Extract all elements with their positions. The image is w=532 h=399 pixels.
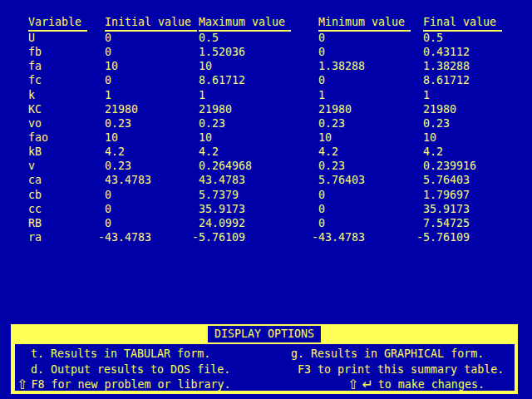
option-new-problem[interactable]: ⇧F8 for new problem or library. — [17, 378, 231, 392]
value-cell: 0 — [105, 74, 111, 87]
table-row: fc08.6171208.61712 — [0, 74, 532, 88]
value-cell: 10 — [199, 60, 212, 73]
value-cell: 0.23 — [199, 117, 225, 131]
header-cell: Initial value — [105, 16, 197, 32]
shift-icon: ⇧ — [347, 378, 358, 392]
value-cell: 1.52036 — [199, 46, 245, 59]
value-cell: -43.4783 — [98, 231, 151, 244]
value-cell: 0.23 — [318, 160, 345, 173]
option-tabular[interactable]: t. Results in TABULAR form. — [31, 347, 210, 361]
variable-name: RB — [28, 217, 42, 230]
results-table-body: U00.500.5fb01.5203600.43112fa10101.38288… — [0, 32, 532, 245]
value-cell: 10 — [423, 131, 436, 145]
value-cell: 8.61712 — [199, 74, 245, 87]
value-cell: 4.2 — [105, 145, 125, 159]
variable-name: fc — [28, 74, 42, 87]
value-cell: 1.38288 — [318, 60, 365, 73]
value-cell: 4.2 — [318, 145, 338, 159]
value-cell: 10 — [199, 131, 212, 145]
variable-name: U — [28, 32, 35, 45]
variable-name: fb — [28, 46, 42, 59]
table-row: kB4.24.24.24.2 — [0, 145, 532, 160]
value-cell: 1.38288 — [423, 60, 470, 73]
table-row: KC21980219802198021980 — [0, 103, 532, 117]
variable-name: kB — [28, 145, 42, 159]
variable-name: fao — [28, 131, 48, 145]
value-cell: -5.76109 — [416, 231, 470, 244]
value-cell: 21980 — [105, 103, 138, 116]
panel-title: DISPLAY OPTIONS — [208, 326, 321, 342]
table-row: vo0.230.230.230.23 — [0, 117, 532, 131]
value-cell: 10 — [105, 131, 118, 145]
value-cell: 43.4783 — [105, 174, 151, 187]
value-cell: 7.54725 — [423, 217, 470, 230]
option-label: to make changes. — [378, 378, 485, 392]
option-label: t. Results in TABULAR form. — [31, 347, 210, 361]
variable-name: ca — [28, 174, 42, 187]
variable-name: fa — [28, 60, 42, 73]
value-cell: 0 — [318, 189, 325, 202]
enter-icon: ↵ — [362, 378, 372, 392]
value-cell: 10 — [105, 60, 118, 73]
value-cell: 0 — [318, 46, 325, 59]
table-row: cc035.9173035.9173 — [0, 203, 532, 217]
value-cell: 4.2 — [423, 145, 443, 159]
table-row: ca43.478343.47835.764035.76403 — [0, 174, 532, 188]
option-print[interactable]: F3 to print this summary table. — [298, 363, 504, 377]
value-cell: -43.4783 — [312, 231, 365, 244]
value-cell: 5.76403 — [423, 174, 470, 187]
variable-name: cc — [28, 203, 42, 216]
value-cell: 35.9173 — [423, 203, 470, 216]
value-cell: 0 — [105, 217, 111, 230]
value-cell: 0 — [318, 74, 325, 87]
value-cell: 0 — [318, 32, 325, 45]
header-cell: Final value — [423, 16, 502, 32]
table-row: cb05.737901.79697 — [0, 189, 532, 203]
value-cell: 8.61712 — [423, 74, 470, 87]
value-cell: 21980 — [318, 103, 352, 116]
variable-name: v — [28, 160, 35, 173]
value-cell: 0 — [318, 203, 325, 216]
value-cell: 4.2 — [199, 145, 219, 159]
value-cell: 0.239916 — [423, 160, 476, 173]
option-dos-file[interactable]: d. Output results to DOS file. — [31, 363, 230, 377]
table-row: v0.230.2649680.230.239916 — [0, 160, 532, 174]
panel-body: t. Results in TABULAR form. g. Results i… — [11, 344, 518, 394]
value-cell: 0.5 — [199, 32, 219, 45]
variable-name: vo — [28, 117, 42, 131]
option-label: F8 for new problem or library. — [31, 378, 230, 392]
value-cell: 43.4783 — [199, 174, 245, 187]
value-cell: 24.0992 — [199, 217, 245, 230]
table-row: fb01.5203600.43112 — [0, 46, 532, 60]
value-cell: 5.7379 — [199, 189, 239, 202]
table-row: k1111 — [0, 89, 532, 103]
value-cell: 0.23 — [318, 117, 345, 131]
value-cell: 0 — [105, 203, 111, 216]
value-cell: 10 — [318, 131, 332, 145]
screen: VariableInitial valueMaximum valueMinimu… — [0, 0, 532, 399]
table-row: U00.500.5 — [0, 32, 532, 46]
value-cell: 0.23 — [105, 117, 131, 131]
option-label: g. Results in GRAPHICAL form. — [291, 347, 484, 361]
value-cell: 0 — [318, 217, 325, 230]
option-label: F3 to print this summary table. — [298, 363, 504, 377]
table-row: fao10101010 — [0, 131, 532, 145]
value-cell: 1.79697 — [423, 189, 470, 202]
value-cell: 21980 — [423, 103, 456, 116]
value-cell: 0.264968 — [199, 160, 252, 173]
value-cell: 0.43112 — [423, 46, 470, 59]
option-label: d. Output results to DOS file. — [31, 363, 230, 377]
display-options-panel: DISPLAY OPTIONS t. Results in TABULAR fo… — [11, 324, 518, 394]
option-make-changes[interactable]: ⇧↵to make changes. — [347, 378, 485, 392]
value-cell: 35.9173 — [199, 203, 245, 216]
header-cell: Variable — [28, 16, 87, 32]
value-cell: 0.23 — [105, 160, 131, 173]
value-cell: 0 — [105, 32, 111, 45]
variable-name: KC — [28, 103, 42, 116]
shift-icon: ⇧ — [17, 378, 27, 392]
variable-name: cb — [28, 189, 42, 202]
option-graphical[interactable]: g. Results in GRAPHICAL form. — [291, 347, 484, 361]
value-cell: 5.76403 — [318, 174, 365, 187]
header-cell: Maximum value — [199, 16, 291, 32]
value-cell: 1 — [105, 89, 111, 102]
